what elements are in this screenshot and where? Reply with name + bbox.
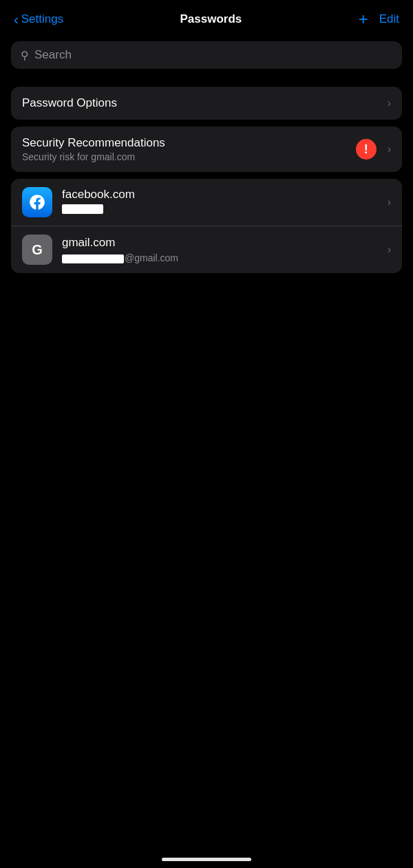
facebook-logo-icon — [28, 193, 46, 211]
gmail-app-icon: G — [22, 235, 52, 265]
gmail-chevron-icon: › — [388, 243, 391, 256]
gmail-site-name: gmail.com — [62, 236, 382, 250]
home-indicator — [162, 858, 251, 861]
nav-actions: + Edit — [359, 11, 399, 28]
gmail-icon-letter: G — [32, 242, 43, 258]
gmail-email-row: @gmail.com — [62, 252, 382, 263]
navigation-bar: ‹ Settings Passwords + Edit — [0, 0, 413, 36]
facebook-password-item[interactable]: facebook.com › — [11, 179, 402, 226]
gmail-email-suffix: @gmail.com — [125, 252, 178, 263]
gmail-password-content: gmail.com @gmail.com — [62, 236, 382, 263]
security-recommendations-content: Security Recommendations Security risk f… — [22, 136, 356, 162]
facebook-password-content: facebook.com — [62, 188, 382, 217]
gmail-redacted-username — [62, 254, 124, 263]
gap-1 — [0, 80, 413, 87]
password-options-chevron-icon: › — [388, 97, 391, 109]
security-recommendations-item[interactable]: Security Recommendations Security risk f… — [11, 127, 402, 172]
page-title: Passwords — [180, 12, 242, 26]
password-options-content: Password Options — [22, 96, 382, 110]
search-input[interactable]: Search — [34, 48, 72, 62]
search-icon: ⚲ — [21, 49, 29, 62]
password-options-section: Password Options › — [11, 87, 402, 120]
security-recommendations-chevron-icon: › — [388, 143, 391, 155]
search-bar[interactable]: ⚲ Search — [11, 41, 402, 69]
password-list-section: facebook.com › G gmail.com @gmail.com › — [11, 179, 402, 273]
password-options-item[interactable]: Password Options › — [11, 87, 402, 120]
facebook-redacted-password — [62, 204, 103, 214]
back-chevron-icon: ‹ — [14, 12, 19, 26]
back-button[interactable]: ‹ Settings — [14, 12, 63, 26]
security-warning-icon: ! — [356, 139, 377, 160]
facebook-app-icon — [22, 187, 52, 217]
add-password-button[interactable]: + — [359, 11, 368, 28]
security-recommendations-subtitle: Security risk for gmail.com — [22, 151, 356, 162]
search-container: ⚲ Search — [0, 36, 413, 80]
edit-button[interactable]: Edit — [379, 12, 399, 26]
password-options-title: Password Options — [22, 96, 382, 110]
gmail-password-item[interactable]: G gmail.com @gmail.com › — [11, 226, 402, 273]
facebook-site-name: facebook.com — [62, 188, 382, 202]
facebook-chevron-icon: › — [388, 196, 391, 208]
facebook-password-redacted — [62, 202, 382, 217]
security-recommendations-title: Security Recommendations — [22, 136, 356, 150]
back-label: Settings — [21, 12, 63, 26]
security-recommendations-section: Security Recommendations Security risk f… — [11, 127, 402, 172]
